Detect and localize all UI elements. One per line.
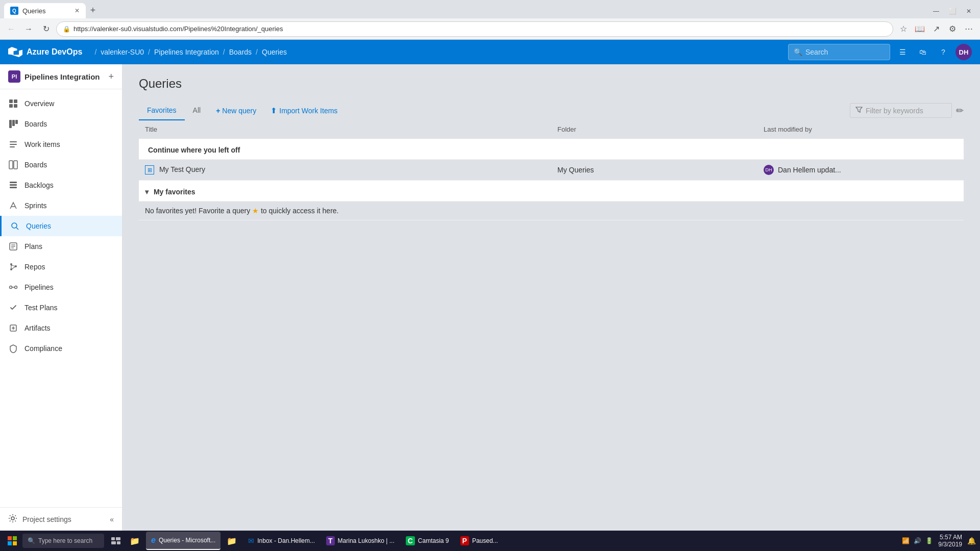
svg-rect-36 [111, 541, 116, 544]
taskbar-app-paused[interactable]: P Paused... [455, 532, 503, 550]
shopping-icon[interactable]: 🛍 [915, 44, 931, 60]
modified-user-name: Dan Hellem updat... [778, 166, 841, 174]
taskbar-task-view[interactable] [108, 532, 124, 550]
svg-rect-9 [10, 144, 17, 145]
close-button[interactable]: ✕ [962, 4, 976, 18]
svg-rect-32 [8, 541, 12, 545]
user-avatar[interactable]: DH [955, 44, 972, 60]
header-search[interactable]: 🔍 Search [788, 44, 890, 60]
breadcrumb-section[interactable]: Boards [229, 48, 252, 56]
col-modified: Last modified by [757, 120, 964, 139]
browser-favorites-icon[interactable]: ☆ [896, 22, 911, 36]
notifications-icon[interactable]: ☰ [894, 44, 911, 60]
taskbar-notification-icon[interactable]: 🔔 [967, 537, 976, 545]
breadcrumb-org[interactable]: valenker-SU0 [101, 48, 144, 56]
search-icon: 🔍 [794, 48, 802, 56]
new-tab-button[interactable]: + [86, 3, 100, 17]
sidebar-item-boards2[interactable]: Boards [0, 155, 122, 175]
taskbar-app-outlook[interactable]: ✉ Inbox - Dan.Hellem... [243, 532, 320, 550]
svg-rect-37 [117, 541, 120, 544]
sidebar-collapse-button[interactable]: « [110, 515, 114, 523]
sidebar-item-queries[interactable]: Queries [0, 216, 122, 236]
import-work-items-button[interactable]: ⬆ Import Work Items [263, 102, 345, 119]
taskbar-app-folder2[interactable]: 📁 [222, 532, 242, 550]
table-row[interactable]: ⊞ My Test Query My Queries DH [139, 160, 964, 181]
browser-share-icon[interactable]: ↗ [929, 22, 943, 36]
settings-icon [8, 514, 17, 524]
sidebar-add-button[interactable]: + [108, 71, 114, 82]
sidebar-item-backlogs[interactable]: Backlogs [0, 175, 122, 195]
sidebar-item-boards[interactable]: Boards [0, 114, 122, 134]
browser-toolbar: ← → ↻ 🔒 https://valenker-su0.visualstudi… [0, 18, 980, 40]
new-query-button[interactable]: + New query [209, 103, 263, 119]
sidebar-item-overview[interactable]: Overview [0, 93, 122, 114]
breadcrumb-page[interactable]: Queries [262, 48, 287, 56]
taskbar-search[interactable]: 🔍 Type here to search [22, 534, 104, 548]
taskbar-right: 📶 🔊 🔋 5:57 AM 9/3/2019 🔔 [902, 534, 976, 548]
address-bar[interactable]: 🔒 https://valenker-su0.visualstudio.com/… [56, 21, 893, 37]
help-icon[interactable]: ? [935, 44, 951, 60]
svg-rect-5 [9, 120, 12, 128]
browser-more-icon[interactable]: ⋯ [962, 22, 976, 36]
sidebar-item-compliance[interactable]: Compliance [0, 338, 122, 359]
section-favorites-toggle: ▾ [145, 188, 149, 196]
sidebar-item-repos[interactable]: Repos [0, 257, 122, 277]
tab-favorites[interactable]: Favorites [139, 101, 185, 120]
breadcrumb-project[interactable]: Pipelines Integration [154, 48, 219, 56]
start-button[interactable] [4, 533, 20, 549]
sidebar-item-sprints-label: Sprints [24, 202, 47, 210]
query-table: Title Folder Last modified by Continue w… [139, 120, 964, 220]
tab-close-button[interactable]: ✕ [75, 7, 80, 14]
sidebar-item-artifacts[interactable]: Artifacts [0, 318, 122, 338]
sidebar-item-test-plans[interactable]: Test Plans [0, 297, 122, 318]
taskbar-app-camtasia[interactable]: C Camtasia 9 [401, 532, 454, 550]
star-icon: ★ [252, 207, 259, 215]
breadcrumb-sep4: / [256, 48, 258, 56]
filter-input[interactable]: Filter by keywords [850, 103, 952, 118]
project-settings-button[interactable]: Project settings [8, 514, 71, 524]
sidebar-item-overview-label: Overview [24, 99, 54, 108]
taskbar-date-display: 9/3/2019 [938, 541, 962, 548]
taskbar-search-placeholder: Type here to search [38, 537, 92, 544]
taskbar-app-ie[interactable]: e Queries - Microsoft... [146, 532, 220, 550]
sidebar-item-plans[interactable]: Plans [0, 236, 122, 257]
project-settings-label: Project settings [22, 515, 71, 523]
browser-readonly-icon[interactable]: 📖 [913, 22, 927, 36]
refresh-button[interactable]: ↻ [39, 22, 53, 36]
import-icon: ⬆ [271, 106, 277, 115]
taskbar-app-ie-label: Queries - Microsoft... [159, 537, 215, 544]
tab-all[interactable]: All [185, 101, 209, 120]
maximize-button[interactable]: ⬜ [945, 4, 960, 18]
sidebar-item-compliance-label: Compliance [24, 344, 62, 353]
sidebar: PI Pipelines Integration + Overview [0, 64, 122, 531]
taskbar-system-icons: 📶 🔊 🔋 [902, 537, 933, 544]
taskbar-app-paused-label: Paused... [472, 537, 498, 544]
taskbar-battery-icon: 🔋 [925, 537, 933, 544]
svg-rect-11 [9, 161, 13, 169]
taskbar-app-teams[interactable]: T Marina Lukoshko | ... [321, 532, 400, 550]
edit-filter-icon[interactable]: ✏ [956, 105, 964, 116]
sidebar-item-pipelines[interactable]: Pipelines [0, 277, 122, 297]
browser-ext-icon[interactable]: ⚙ [945, 22, 960, 36]
app-logo[interactable]: Azure DevOps [8, 45, 82, 59]
app-logo-text: Azure DevOps [27, 47, 82, 57]
svg-rect-14 [10, 184, 17, 186]
svg-rect-35 [116, 537, 120, 540]
svg-rect-4 [14, 104, 17, 108]
back-button[interactable]: ← [4, 22, 18, 36]
artifacts-icon [8, 323, 18, 333]
taskbar-apps: 📁 e Queries - Microsoft... 📁 ✉ Inbox - D… [108, 532, 503, 550]
outlook-icon: ✉ [248, 537, 254, 545]
sidebar-item-sprints[interactable]: Sprints [0, 195, 122, 216]
breadcrumb-sep1: / [94, 48, 96, 56]
svg-rect-6 [12, 120, 15, 126]
minimize-button[interactable]: — [929, 4, 943, 18]
sidebar-project: PI Pipelines Integration [8, 70, 100, 83]
forward-button[interactable]: → [21, 22, 36, 36]
boards-icon [8, 119, 18, 129]
svg-point-22 [10, 263, 12, 265]
sidebar-item-work-items[interactable]: Work items [0, 134, 122, 155]
active-tab[interactable]: Q Queries ✕ [4, 3, 86, 18]
sidebar-item-test-plans-label: Test Plans [24, 304, 58, 312]
taskbar-app-file-explorer[interactable]: 📁 [125, 532, 145, 550]
